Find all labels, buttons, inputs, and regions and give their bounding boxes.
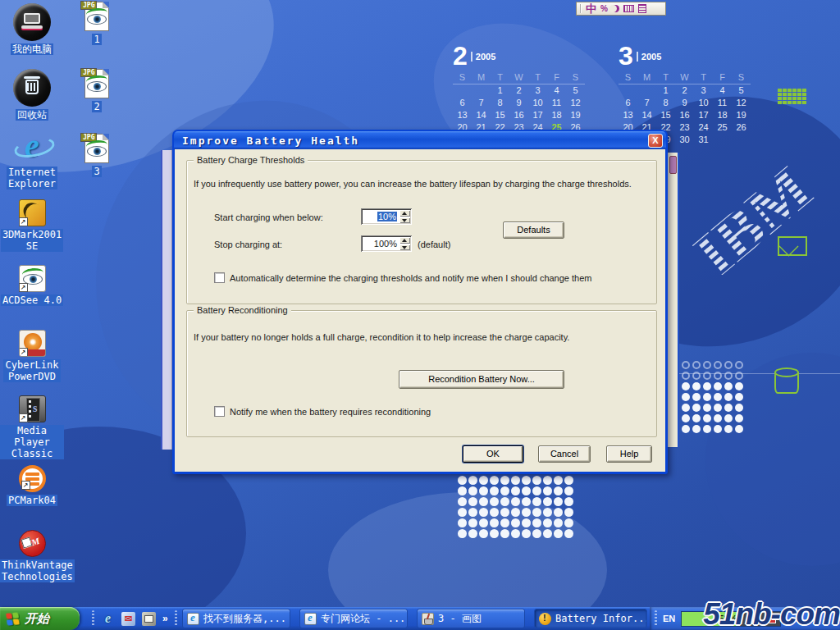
calendar-weekday: S <box>732 72 751 84</box>
wallpaper-dot <box>724 393 733 401</box>
desktop-icon-acdsee[interactable]: ↗ ACDSee 4.0 <box>0 265 64 307</box>
calendar-day: 7 <box>472 97 491 109</box>
taskbar-window-button-3[interactable]: 3 - 画图 <box>417 609 525 628</box>
wallpaper-dot <box>543 486 552 495</box>
wallpaper-dot <box>714 372 722 380</box>
wallpaper-dot <box>554 529 563 538</box>
wallpaper-dot <box>532 508 541 517</box>
wallpaper-dot <box>543 476 552 485</box>
calendar-weekday: M <box>637 72 656 84</box>
help-button[interactable]: Help <box>606 445 652 463</box>
calendar-day: 5 <box>566 84 585 97</box>
wallpaper-dot <box>490 476 499 485</box>
ime-menu-icon[interactable] <box>638 4 646 13</box>
jpg-file-icon: JPG <box>84 134 109 163</box>
stop-charging-value[interactable]: 100% <box>361 235 399 252</box>
auto-determine-checkbox[interactable] <box>214 272 225 283</box>
wallpaper-dot <box>500 486 509 495</box>
calendar-day: 3 <box>694 84 713 97</box>
quick-launch: e ✉ » <box>85 607 177 630</box>
spin-up-button[interactable] <box>399 237 410 244</box>
ime-grip[interactable] <box>580 4 582 13</box>
desktop-icon-label: 回收站 <box>16 109 48 121</box>
quick-launch-show-desktop-icon[interactable] <box>142 612 156 626</box>
desktop-icon-powerdvd[interactable]: ↗ CyberLink PowerDVD <box>0 330 64 383</box>
calendar-day: 18 <box>547 109 566 121</box>
desktop-icon-jpg-3[interactable]: JPG 3 <box>65 134 129 178</box>
spin-down-button[interactable] <box>399 244 410 251</box>
calendar-day: 4 <box>547 84 566 97</box>
wallpaper-dot <box>490 497 499 506</box>
wallpaper-dot <box>724 372 733 380</box>
ime-language-bar[interactable]: 中 % <box>576 2 666 16</box>
taskbar-window-button-battery[interactable]: Battery Infor... <box>534 609 647 628</box>
taskbar-window-button-1[interactable]: 找不到服务器,... <box>182 609 290 628</box>
ok-button[interactable]: OK <box>463 445 523 463</box>
ime-chinese-mode-icon[interactable]: 中 <box>586 2 596 15</box>
wallpaper-dot <box>703 361 711 369</box>
wallpaper-dot <box>532 476 541 485</box>
recondition-battery-now-button[interactable]: Recondition Battery Now... <box>399 370 564 389</box>
wallpaper-dot <box>692 393 701 401</box>
quick-launch-ie-icon[interactable]: e <box>101 612 115 626</box>
start-button[interactable]: 开始 <box>0 607 80 630</box>
cancel-button[interactable]: Cancel <box>538 445 591 463</box>
calendar-weekday: T <box>694 72 713 84</box>
shortcut-arrow-icon: ↗ <box>19 413 28 422</box>
ime-fullwidth-icon[interactable]: % <box>600 4 608 13</box>
desktop-icon-jpg-2[interactable]: JPG 2 <box>65 69 129 113</box>
start-charging-value[interactable]: 10% <box>361 208 399 225</box>
desktop-icon-my-computer[interactable]: 我的电脑 <box>0 3 64 56</box>
stop-charging-spinner[interactable]: 100% <box>361 235 412 252</box>
ime-soft-keyboard-icon[interactable] <box>623 5 634 12</box>
language-indicator[interactable]: EN <box>663 614 675 623</box>
quick-launch-more-chevron[interactable]: » <box>162 613 168 624</box>
toolbar-grip[interactable] <box>92 610 94 627</box>
wallpaper-dot <box>564 476 573 485</box>
shortcut-arrow-icon: ↗ <box>19 283 28 292</box>
start-charging-spinner[interactable]: 10% <box>361 208 412 225</box>
notify-reconditioning-checkbox[interactable] <box>214 406 225 417</box>
toolbar-grip[interactable] <box>655 610 657 627</box>
desktop-icon-internet-explorer[interactable]: e Internet Explorer <box>0 131 64 190</box>
calendar-day: 17 <box>528 109 547 121</box>
desktop-icon-pcmark04[interactable]: ↗ PCMark04 <box>0 465 64 507</box>
wallpaper-dot <box>554 486 563 495</box>
wallpaper-dot <box>735 425 743 433</box>
calendar-weekday: F <box>713 72 732 84</box>
desktop-icon-3dmark2001-se[interactable]: ↗ 3DMark2001 SE <box>0 199 64 253</box>
wallpaper-dot <box>543 508 552 517</box>
calendar-day: 6 <box>453 97 472 109</box>
ime-punctuation-icon[interactable] <box>612 5 619 12</box>
toolbar-grip[interactable] <box>175 610 177 627</box>
calendar-day: 1 <box>656 84 675 97</box>
calendar-day: 13 <box>453 109 472 121</box>
wallpaper-dot <box>735 382 743 390</box>
spin-down-button[interactable] <box>399 217 410 224</box>
desktop-icon-jpg-1[interactable]: JPG 1 <box>65 2 129 46</box>
windows-flag-icon <box>6 612 20 626</box>
dialog-titlebar[interactable]: Improve Battery Health X <box>174 131 666 149</box>
quick-launch-mail-icon[interactable]: ✉ <box>121 612 135 626</box>
taskbar-window-button-2[interactable]: 专门网论坛 - ... <box>299 609 408 628</box>
defaults-button[interactable]: Defaults <box>503 221 564 239</box>
auto-determine-checkbox-label: Automatically determine the charging thr… <box>230 273 591 283</box>
reconditioning-description: If your battery no longer holds a full c… <box>194 332 569 342</box>
close-button[interactable]: X <box>648 134 663 148</box>
wallpaper-dot <box>532 529 541 538</box>
desktop-icon-thinkvantage[interactable]: IBM↗ ThinkVantage Technologies <box>0 530 64 583</box>
wallpaper-dot <box>458 497 467 506</box>
wallpaper-dot <box>522 497 531 506</box>
desktop-icon-media-player-classic[interactable]: ↗ Media Player Classic <box>0 395 64 460</box>
wallpaper-dot <box>692 382 701 390</box>
wallpaper-dot <box>564 518 573 527</box>
wallpaper-dot <box>500 476 509 485</box>
wallpaper-dot <box>532 518 541 527</box>
wallpaper-dot <box>500 497 509 506</box>
wallpaper-dot <box>479 476 488 485</box>
desktop-icon-recycle-bin[interactable]: 回收站 <box>0 69 64 121</box>
wallpaper-dot <box>714 414 722 422</box>
calendar-day: 3 <box>528 84 547 97</box>
spin-up-button[interactable] <box>399 210 410 217</box>
wallpaper-dot <box>522 529 531 538</box>
